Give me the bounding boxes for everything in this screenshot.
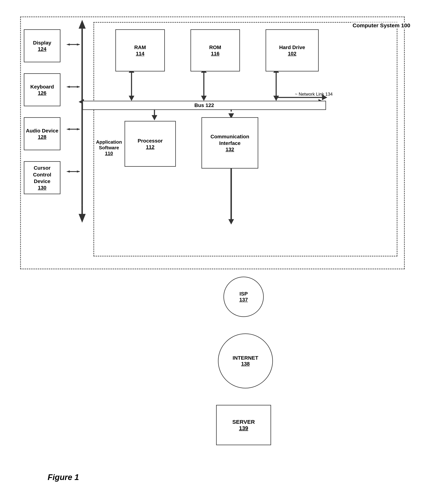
processor-num: 112	[146, 144, 155, 150]
audio-label: Audio Device	[26, 128, 58, 134]
server-label: SERVER	[232, 419, 255, 425]
appsoft-label: Application Software 110	[95, 139, 123, 156]
bus-label: Bus 122	[194, 102, 214, 108]
isp-label: ISP	[239, 291, 248, 297]
audio-num: 128	[38, 134, 47, 140]
networklink-label: ~ Network Link 134	[295, 91, 333, 97]
comminterface-label: Communication Interface	[202, 133, 258, 147]
appsoft-num: 110	[105, 151, 113, 156]
audio-box: Audio Device 128	[24, 117, 60, 150]
harddrive-label: Hard Drive	[279, 44, 305, 51]
harddrive-num: 102	[288, 51, 297, 57]
ram-box: RAM 114	[115, 29, 165, 71]
isp-num: 137	[239, 297, 248, 303]
display-box: Display 124	[24, 29, 60, 62]
ram-num: 114	[136, 51, 145, 57]
internet-circle: INTERNET 138	[218, 333, 273, 388]
rom-num: 116	[211, 51, 220, 57]
ram-label: RAM	[134, 44, 146, 51]
figure-label: Figure 1	[48, 473, 79, 482]
comminterface-box: Communication Interface 132	[201, 117, 258, 169]
isp-circle: ISP 137	[223, 277, 264, 317]
server-box: SERVER 139	[216, 405, 271, 445]
internet-label: INTERNET	[233, 355, 258, 361]
keyboard-num: 126	[38, 90, 47, 96]
cursor-num: 130	[38, 185, 47, 191]
bus-box: Bus 122	[82, 101, 326, 110]
keyboard-box: Keyboard 126	[24, 73, 60, 106]
rom-label: ROM	[209, 44, 221, 51]
computer-system-title: Computer System 100	[351, 22, 412, 29]
comminterface-num: 132	[226, 147, 234, 152]
processor-label: Processor	[138, 138, 163, 144]
display-label: Display	[33, 40, 51, 46]
cursor-box: Cursor Control Device 130	[24, 161, 60, 194]
keyboard-label: Keyboard	[30, 83, 54, 90]
appsoft-text: Application Software	[96, 139, 122, 151]
cursor-label: Cursor Control Device	[24, 165, 60, 185]
diagram-container: Display 124 Keyboard 126 Audio Device 12…	[15, 11, 421, 487]
harddrive-box: Hard Drive 102	[266, 29, 319, 71]
processor-box: Processor 112	[125, 121, 176, 167]
display-num: 124	[38, 46, 47, 52]
rom-box: ROM 116	[190, 29, 240, 71]
server-num: 139	[239, 425, 248, 431]
internet-num: 138	[241, 361, 250, 367]
